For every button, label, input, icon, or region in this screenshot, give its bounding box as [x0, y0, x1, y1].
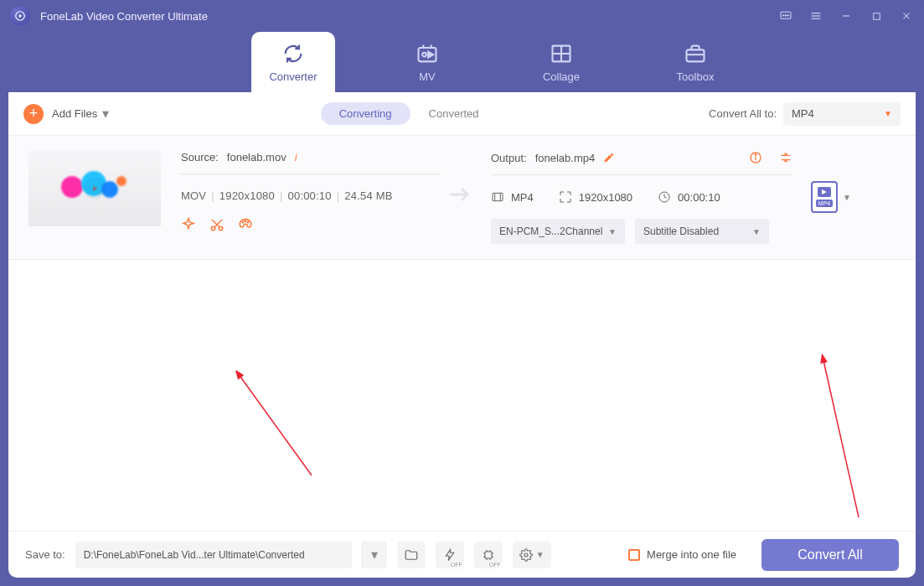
svg-point-30 — [755, 154, 756, 155]
menu-icon[interactable] — [808, 8, 823, 23]
output-resolution: 1920x1080 — [559, 190, 632, 204]
play-icon — [84, 178, 106, 200]
add-files-button[interactable]: + — [23, 104, 44, 124]
source-filename: fonelab.mov — [227, 151, 286, 163]
title-bar: FoneLab Video Converter Ultimate — [0, 0, 924, 32]
svg-point-25 — [242, 221, 244, 223]
svg-rect-39 — [485, 552, 492, 558]
gpu-accel-button[interactable]: OFF — [474, 542, 503, 568]
merge-checkbox[interactable]: Merge into one file — [628, 548, 736, 561]
svg-point-3 — [785, 15, 786, 16]
convert-all-label: Convert All to: — [709, 107, 777, 120]
svg-point-15 — [422, 52, 426, 56]
tab-label: Collage — [543, 70, 580, 83]
svg-rect-19 — [687, 49, 705, 61]
svg-point-26 — [247, 221, 249, 223]
save-to-path[interactable]: D:\FoneLab\FoneLab Vid...ter Ultimate\Co… — [75, 542, 352, 568]
tab-toolbox[interactable]: Toolbox — [653, 32, 737, 92]
arrow-right-icon — [441, 184, 483, 205]
tab-converter[interactable]: Converter — [251, 32, 335, 92]
chevron-down-icon: ▼ — [884, 109, 892, 118]
svg-point-4 — [787, 15, 788, 16]
main-tabs: Converter MV Collage Toolbox — [0, 32, 924, 92]
svg-rect-33 — [493, 193, 503, 200]
output-container: MP4 — [491, 190, 534, 204]
svg-rect-9 — [873, 13, 880, 19]
save-to-dropdown[interactable]: ▾ — [362, 542, 387, 568]
add-files-dropdown[interactable]: ▾ — [102, 106, 109, 122]
add-files-label: Add Files — [52, 107, 97, 120]
output-format-badge-label: MP4 — [816, 200, 833, 207]
tab-label: Toolbox — [677, 70, 715, 83]
split-icon[interactable] — [779, 151, 792, 164]
empty-area — [8, 260, 916, 531]
output-format-button[interactable]: MP4 — [811, 181, 838, 213]
compress-icon[interactable] — [181, 217, 196, 232]
svg-point-2 — [783, 15, 784, 16]
output-label: Output: — [491, 152, 527, 164]
convert-all-format-select[interactable]: MP4 ▼ — [783, 102, 901, 126]
convert-all-value: MP4 — [792, 107, 814, 120]
source-label: Source: — [181, 151, 219, 163]
info-icon[interactable]: i — [295, 151, 297, 163]
tab-collage[interactable]: Collage — [519, 32, 603, 92]
edit-effects-icon[interactable] — [238, 217, 253, 232]
tab-label: MV — [419, 70, 436, 83]
cut-icon[interactable] — [209, 217, 225, 232]
merge-label: Merge into one file — [647, 548, 736, 561]
audio-track-select[interactable]: EN-PCM_S...2Channel▼ — [491, 219, 625, 244]
source-meta: MOV|1920x1080|00:00:10|24.54 MB — [181, 189, 441, 202]
save-to-label: Save to: — [25, 548, 65, 561]
output-info-icon[interactable] — [749, 151, 762, 164]
toolbar: + Add Files ▾ Converting Converted Conve… — [8, 92, 916, 136]
minimize-icon[interactable] — [839, 8, 854, 23]
output-filename: fonelab.mp4 — [535, 152, 596, 164]
output-duration: 00:00:10 — [658, 190, 720, 204]
subtab-converted[interactable]: Converted — [410, 102, 498, 125]
output-format-dropdown[interactable]: ▼ — [843, 193, 851, 202]
svg-point-27 — [245, 220, 246, 222]
video-thumbnail[interactable] — [28, 151, 161, 226]
maximize-icon[interactable] — [869, 8, 884, 23]
rename-icon[interactable] — [603, 152, 615, 163]
subtitle-select[interactable]: Subtitle Disabled▼ — [635, 219, 769, 244]
open-folder-button[interactable] — [397, 542, 426, 568]
tab-label: Converter — [269, 70, 317, 83]
checkbox-icon — [628, 549, 640, 561]
footer: Save to: D:\FoneLab\FoneLab Vid...ter Ul… — [8, 531, 916, 578]
app-logo — [10, 6, 30, 26]
app-title: FoneLab Video Converter Ultimate — [40, 10, 778, 23]
tab-mv[interactable]: MV — [385, 32, 469, 92]
convert-all-button[interactable]: Convert All — [761, 539, 899, 571]
subtab-converting[interactable]: Converting — [321, 102, 410, 125]
feedback-icon[interactable] — [778, 8, 793, 23]
hardware-accel-button[interactable]: OFF — [436, 542, 464, 568]
close-icon[interactable] — [899, 8, 914, 23]
svg-point-48 — [524, 553, 528, 557]
settings-button[interactable]: ▼ — [513, 542, 551, 568]
file-item: Source: fonelab.mov i MOV|1920x1080|00:0… — [8, 136, 916, 260]
